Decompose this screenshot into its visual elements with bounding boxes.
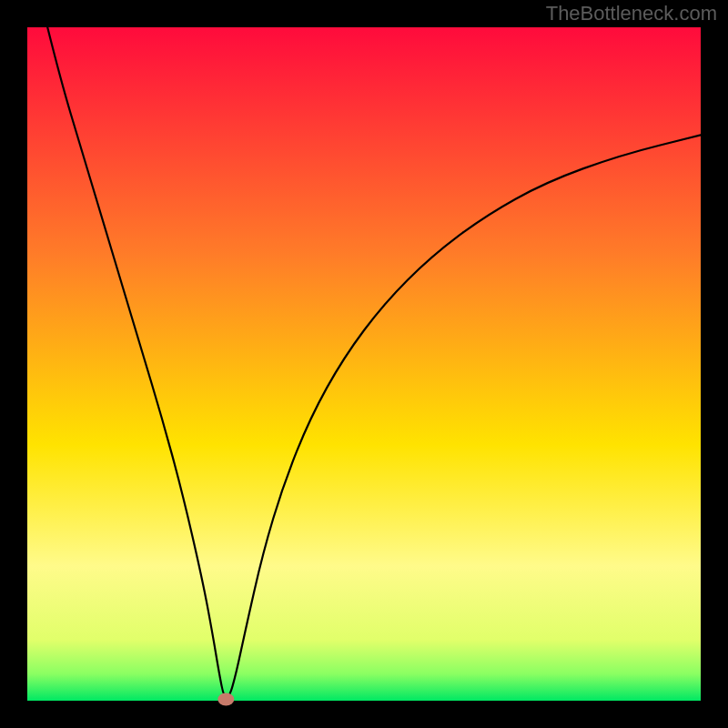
chart-plot <box>0 0 728 728</box>
gradient-background <box>27 27 701 701</box>
optimal-point-marker <box>217 693 234 706</box>
chart-container: TheBottleneck.com <box>0 0 728 728</box>
